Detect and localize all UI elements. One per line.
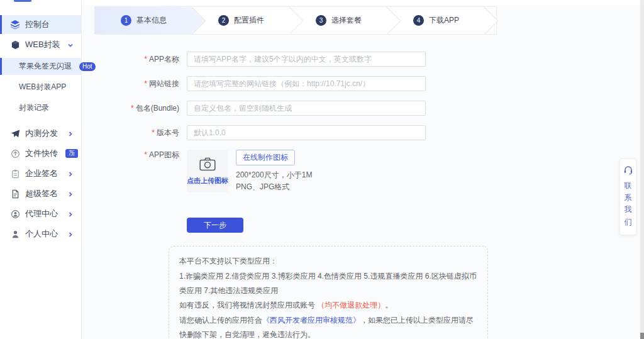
app-name-input[interactable]: [187, 52, 426, 67]
sidebar-item-label: 封装记录: [19, 103, 49, 113]
field-label: *包名(Bundle): [109, 103, 179, 114]
icon-hint-size: 200*200尺寸，小于1M: [236, 169, 312, 181]
step-label: 选择套餐: [331, 15, 362, 26]
sidebar-item-label: WEB封装: [25, 39, 60, 50]
next-button-row: 下一步: [187, 218, 644, 233]
upload-icon-label: 点击上传图标: [187, 176, 228, 186]
step-configure-plugins[interactable]: 2 配置插件: [192, 7, 290, 34]
camera-icon: [199, 157, 216, 173]
wizard-stepper: 1 基本信息 2 配置插件 3 选择套餐 4 下载APP: [94, 6, 497, 35]
sidebar-item-label: 文件快传: [25, 148, 58, 159]
chevron-down-icon: [67, 42, 74, 48]
chevron-right-icon: [67, 211, 74, 217]
field-label: *网站链接: [109, 79, 179, 89]
form-row-app-name: *APP名称: [109, 52, 644, 67]
step-label: 基本信息: [136, 15, 167, 26]
sidebar-item-enterprise-sign[interactable]: 企业签名: [0, 164, 81, 183]
sidebar-item-super-sign[interactable]: 超级签名: [0, 184, 81, 203]
policy-notice-box: 本平台不支持以下类型应用： 1.诈骗类应用 2.借贷类应用 3.博彩类应用 4.…: [169, 246, 488, 339]
form-row-app-icon: *APP图标 点击上传图标 在线制作图标 200*200尺寸，小于1M PNG、…: [109, 150, 644, 192]
user-icon: [10, 229, 20, 239]
notice-line-3: 如有违反，我们将视情况封禁应用或账号 （均不做退款处理）。: [179, 298, 477, 313]
chevron-right-icon: [67, 191, 74, 197]
sidebar-item-beta-distribution[interactable]: 内测分发: [0, 124, 81, 143]
step-basic-info[interactable]: 1 基本信息: [95, 7, 192, 34]
sidebar-item-personal-center[interactable]: 个人中心: [0, 225, 81, 243]
form-row-site-url: *网站链接: [109, 76, 644, 91]
step-download-app[interactable]: 4 下载APP: [387, 7, 485, 34]
send-icon: [10, 128, 20, 138]
scrollbar-thumb[interactable]: [640, 333, 644, 339]
layers-icon: [10, 19, 20, 30]
contact-us-label: 联系我们: [624, 180, 632, 228]
agent-icon: [10, 209, 20, 219]
chevron-right-icon: [67, 130, 74, 136]
sidebar-item-label: 内测分发: [25, 128, 58, 139]
sidebar-item-file-transfer[interactable]: 文件快传 新: [0, 144, 81, 163]
sidebar-item-label: 个人中心: [25, 228, 58, 240]
chevron-right-icon: [67, 170, 74, 177]
headset-icon: [623, 165, 633, 177]
clipboard-icon: [10, 169, 20, 179]
make-icon-online-button[interactable]: 在线制作图标: [236, 150, 295, 165]
main-content: 1 基本信息 2 配置插件 3 选择套餐 4 下载APP *APP名称 *网站链…: [82, 0, 644, 339]
step-label: 配置插件: [234, 15, 264, 26]
step-number: 1: [121, 15, 131, 26]
step-choose-plan[interactable]: 3 选择套餐: [290, 7, 387, 34]
sidebar-item-package-records[interactable]: 封装记录: [0, 99, 81, 116]
site-url-input[interactable]: [187, 76, 426, 91]
step-number: 4: [413, 15, 424, 26]
required-mark: *: [131, 104, 134, 113]
sidebar-item-agent-center[interactable]: 代理中心: [0, 204, 81, 223]
required-mark: *: [144, 150, 147, 159]
required-mark: *: [144, 55, 147, 64]
icon-hints: 200*200尺寸，小于1M PNG、JPG格式: [236, 169, 312, 192]
doc-sign-icon: [10, 189, 20, 199]
sidebar-item-label: 控制台: [25, 19, 50, 30]
notice-line-1: 本平台不支持以下类型应用：: [179, 254, 477, 269]
sidebar-item-label: 代理中心: [25, 208, 58, 220]
required-mark: *: [152, 128, 155, 137]
bundle-id-input[interactable]: [187, 101, 426, 116]
sidebar-item-web-package-app[interactable]: WEB封装APP: [0, 79, 81, 96]
notice-line-4: 请您确认上传的应用符合《西风开发者应用审核规范》，如果您已上传以上类型应用请尽快…: [179, 313, 477, 339]
step-label: 下载APP: [429, 15, 459, 26]
step-number: 2: [218, 15, 229, 26]
field-label: *APP名称: [109, 54, 179, 65]
sidebar-item-label: WEB封装APP: [19, 82, 66, 92]
contact-us-tab[interactable]: 联系我们: [619, 158, 636, 235]
notice-line-2: 1.诈骗类应用 2.借贷类应用 3.博彩类应用 4.色情类应用 5.违规直播类应…: [179, 269, 477, 299]
review-guideline-link[interactable]: 《西风开发者应用审核规范》: [262, 316, 360, 325]
vertical-scrollbar[interactable]: [640, 0, 644, 339]
basic-info-form: *APP名称 *网站链接 *包名(Bundle) *版本号 *APP图标 点击上…: [82, 35, 644, 339]
required-mark: *: [144, 79, 147, 88]
sidebar-item-label: 超级签名: [25, 188, 58, 199]
icon-hint-format: PNG、JPG格式: [236, 181, 312, 193]
chevron-right-icon: [67, 150, 74, 157]
sidebar-item-label: 企业签名: [25, 168, 58, 179]
form-row-bundle-id: *包名(Bundle): [109, 101, 644, 116]
sidebar-item-label: 苹果免签无闪退: [19, 61, 72, 72]
chevron-right-icon: [67, 231, 74, 237]
next-step-button[interactable]: 下一步: [187, 218, 243, 233]
sidebar-item-apple-nosign[interactable]: 苹果免签无闪退 Hot: [0, 58, 81, 75]
icon-helper-column: 在线制作图标 200*200尺寸，小于1M PNG、JPG格式: [236, 150, 312, 192]
sidebar-item-console[interactable]: 控制台: [0, 15, 81, 34]
version-input[interactable]: [187, 125, 426, 140]
hot-badge: Hot: [79, 62, 96, 71]
logo: [14, 0, 31, 2]
sidebar-item-web-package[interactable]: WEB封装: [0, 35, 81, 54]
sidebar: 控制台 WEB封装 苹果免签无闪退 Hot WEB封装APP 封装记录 内测分发…: [0, 0, 82, 339]
icon-upload-box[interactable]: 点击上传图标: [187, 150, 228, 192]
step-number: 3: [316, 15, 326, 26]
transfer-icon: [10, 148, 20, 158]
field-label: *APP图标: [109, 150, 179, 160]
form-row-version: *版本号: [109, 125, 644, 140]
top-strip: [82, 0, 644, 5]
field-label: *版本号: [109, 128, 179, 138]
no-refund-warning: （均不做退款处理）: [317, 301, 385, 309]
cube-icon: [10, 40, 20, 50]
